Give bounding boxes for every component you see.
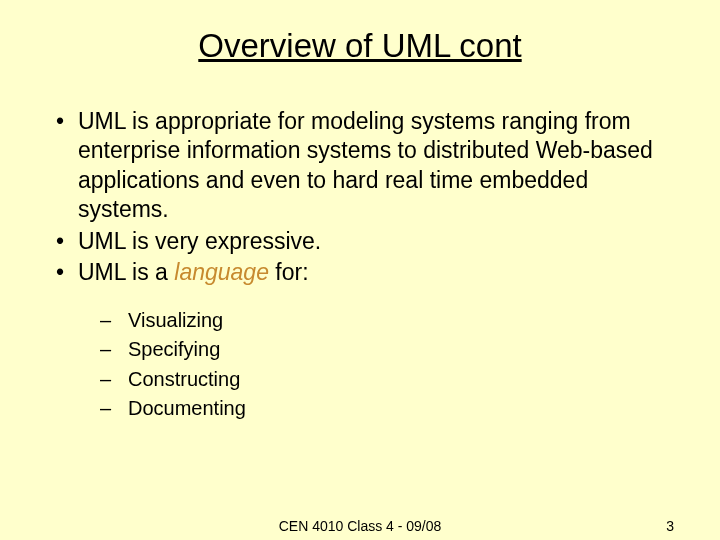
bullet-item: UML is a language for:	[56, 258, 680, 287]
slide-title: Overview of UML cont	[40, 27, 680, 65]
footer-page-number: 3	[666, 518, 674, 534]
slide: Overview of UML cont UML is appropriate …	[0, 0, 720, 540]
sub-item: Visualizing	[100, 306, 680, 336]
sub-item: Documenting	[100, 394, 680, 424]
bullet-list: UML is appropriate for modeling systems …	[40, 107, 680, 288]
sub-list: Visualizing Specifying Constructing Docu…	[40, 306, 680, 424]
sub-item: Specifying	[100, 335, 680, 365]
bullet-item: UML is appropriate for modeling systems …	[56, 107, 680, 225]
bullet-text-emphasis: language	[174, 259, 269, 285]
bullet-text-prefix: UML is a	[78, 259, 174, 285]
bullet-item: UML is very expressive.	[56, 227, 680, 256]
sub-item: Constructing	[100, 365, 680, 395]
bullet-text-suffix: for:	[269, 259, 309, 285]
footer-course-info: CEN 4010 Class 4 - 09/08	[279, 518, 442, 534]
